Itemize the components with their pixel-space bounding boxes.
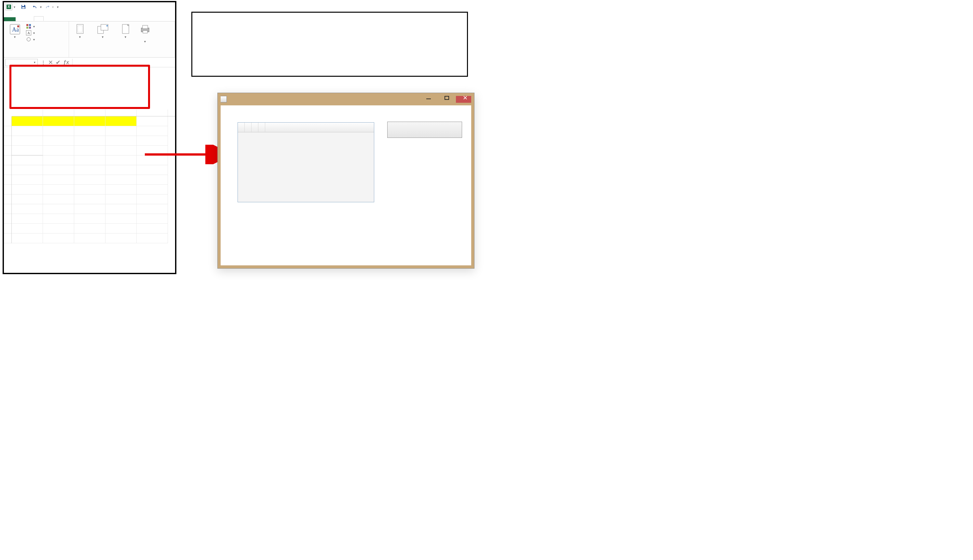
cell[interactable] <box>43 136 74 146</box>
cell[interactable] <box>43 117 74 126</box>
margins-button[interactable]: ▾ <box>71 23 89 39</box>
print-area-button[interactable]: ▾ <box>136 23 154 43</box>
datagrid-column-header[interactable] <box>245 123 252 132</box>
customize-qat-icon[interactable]: ▾ <box>14 5 15 9</box>
load-table-button[interactable] <box>387 122 462 138</box>
orientation-button[interactable]: ▾ <box>90 23 115 39</box>
row-header[interactable] <box>4 117 12 126</box>
header-row <box>12 117 175 126</box>
column-header[interactable] <box>105 110 137 116</box>
row-header[interactable] <box>4 136 12 146</box>
datagrid-header <box>238 123 374 132</box>
row-header[interactable] <box>4 126 12 136</box>
row-header[interactable] <box>4 155 12 165</box>
undo-dropdown-icon[interactable]: ▾ <box>40 5 42 9</box>
tab-pagelayout[interactable] <box>34 16 43 21</box>
svg-point-9 <box>27 38 30 41</box>
theme-colors-button[interactable]: ▾ <box>25 23 35 29</box>
cell[interactable] <box>12 117 43 126</box>
svg-rect-1 <box>22 7 25 8</box>
cell[interactable] <box>74 117 105 126</box>
cell[interactable] <box>137 126 168 136</box>
row-headers <box>4 117 12 243</box>
svg-rect-6 <box>29 24 31 26</box>
themes-button[interactable]: Aa ▾ <box>6 23 24 39</box>
row-header[interactable] <box>4 214 12 224</box>
datagrid-column-header[interactable] <box>252 123 258 132</box>
tab-file[interactable] <box>4 17 16 21</box>
excel-app-icon[interactable]: X <box>5 3 12 10</box>
column-headers <box>12 110 175 117</box>
wpf-window: ✕ <box>217 93 475 268</box>
question-box <box>191 12 468 77</box>
cell[interactable] <box>74 126 105 136</box>
datagridvcolumn-header[interactable] <box>258 123 265 132</box>
group-themes-label <box>6 56 67 57</box>
datagrid[interactable] <box>237 122 374 202</box>
cell[interactable] <box>105 136 137 146</box>
wpf-titlebar[interactable]: ✕ <box>218 93 474 105</box>
svg-rect-0 <box>22 5 24 6</box>
size-button[interactable]: ▾ <box>117 23 135 39</box>
row-header[interactable] <box>4 175 12 185</box>
row-header[interactable] <box>4 233 12 243</box>
data-row <box>12 136 175 146</box>
column-header[interactable] <box>43 110 74 116</box>
cell[interactable] <box>105 126 137 136</box>
row-header[interactable] <box>4 224 12 233</box>
cancel-icon[interactable]: ✕ <box>48 59 53 66</box>
svg-rect-17 <box>143 30 147 33</box>
cell[interactable] <box>137 136 168 146</box>
cell[interactable] <box>43 126 74 136</box>
datagrid-column-header[interactable] <box>238 123 245 132</box>
svg-rect-4 <box>17 25 19 27</box>
row-header[interactable] <box>4 146 12 155</box>
data-row <box>12 126 175 136</box>
fx-icon[interactable]: ƒx <box>63 59 69 66</box>
row-header[interactable] <box>4 185 12 195</box>
cell[interactable] <box>12 136 43 146</box>
datagrid-header-filler <box>265 123 374 132</box>
enter-icon[interactable]: ✔ <box>56 59 60 66</box>
tab-insert[interactable] <box>25 17 34 21</box>
row-header[interactable] <box>4 204 12 214</box>
save-icon[interactable] <box>20 3 27 10</box>
svg-rect-8 <box>29 27 31 28</box>
formula-bar: ▾ ⋮ ✕ ✔ ƒx <box>4 58 175 67</box>
undo-icon[interactable] <box>32 3 39 10</box>
cell[interactable] <box>74 136 105 146</box>
group-pagesetup-label <box>71 56 173 57</box>
redo-icon[interactable] <box>43 3 51 10</box>
ribbon-tabs <box>4 12 175 21</box>
quick-access-toolbar: X ▾ ▾ ▾ ▾ <box>4 2 175 12</box>
svg-rect-7 <box>26 27 28 28</box>
theme-effects-button[interactable]: ▾ <box>25 37 35 42</box>
cell[interactable] <box>105 117 137 126</box>
close-button[interactable]: ✕ <box>456 93 474 103</box>
column-header[interactable] <box>137 110 168 116</box>
maximize-button[interactable] <box>438 93 456 103</box>
column-header[interactable] <box>74 110 105 116</box>
spreadsheet[interactable] <box>4 110 175 243</box>
minimize-button[interactable] <box>420 93 438 103</box>
tab-home[interactable] <box>16 17 25 21</box>
column-header[interactable] <box>12 110 43 116</box>
cell[interactable] <box>137 117 168 126</box>
cell[interactable] <box>12 126 43 136</box>
svg-rect-16 <box>142 25 148 28</box>
row-header[interactable] <box>4 195 12 204</box>
app-icon <box>220 96 227 102</box>
theme-fonts-button[interactable]: A ▾ <box>25 30 35 36</box>
svg-rect-5 <box>26 24 28 26</box>
svg-rect-13 <box>101 24 108 30</box>
redo-dropdown-icon[interactable]: ▾ <box>52 5 54 9</box>
qat-more-icon[interactable]: ▾ <box>57 5 59 9</box>
ribbon: Aa ▾ ▾ A ▾ <box>4 21 175 58</box>
row-header[interactable] <box>4 165 12 175</box>
excel-window: X ▾ ▾ ▾ ▾ <box>3 1 176 274</box>
name-box[interactable]: ▾ <box>5 59 38 66</box>
